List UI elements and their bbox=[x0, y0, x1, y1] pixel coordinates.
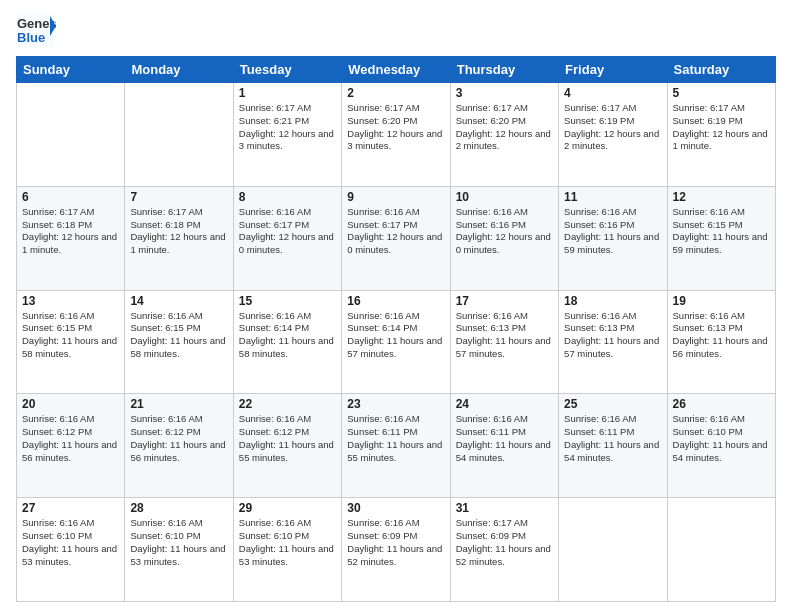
day-number: 20 bbox=[22, 397, 119, 411]
day-info: Sunrise: 6:16 AM Sunset: 6:13 PM Dayligh… bbox=[456, 310, 553, 361]
calendar-cell bbox=[125, 83, 233, 187]
calendar-cell: 16Sunrise: 6:16 AM Sunset: 6:14 PM Dayli… bbox=[342, 290, 450, 394]
day-info: Sunrise: 6:17 AM Sunset: 6:18 PM Dayligh… bbox=[22, 206, 119, 257]
day-info: Sunrise: 6:16 AM Sunset: 6:15 PM Dayligh… bbox=[130, 310, 227, 361]
calendar-cell: 18Sunrise: 6:16 AM Sunset: 6:13 PM Dayli… bbox=[559, 290, 667, 394]
calendar-cell: 10Sunrise: 6:16 AM Sunset: 6:16 PM Dayli… bbox=[450, 186, 558, 290]
svg-text:Blue: Blue bbox=[17, 30, 45, 45]
day-info: Sunrise: 6:17 AM Sunset: 6:19 PM Dayligh… bbox=[564, 102, 661, 153]
day-info: Sunrise: 6:16 AM Sunset: 6:10 PM Dayligh… bbox=[22, 517, 119, 568]
day-info: Sunrise: 6:16 AM Sunset: 6:13 PM Dayligh… bbox=[673, 310, 770, 361]
day-number: 17 bbox=[456, 294, 553, 308]
header: General Blue bbox=[16, 12, 776, 48]
day-info: Sunrise: 6:16 AM Sunset: 6:11 PM Dayligh… bbox=[564, 413, 661, 464]
calendar-cell: 17Sunrise: 6:16 AM Sunset: 6:13 PM Dayli… bbox=[450, 290, 558, 394]
day-number: 7 bbox=[130, 190, 227, 204]
day-number: 29 bbox=[239, 501, 336, 515]
day-number: 21 bbox=[130, 397, 227, 411]
day-number: 22 bbox=[239, 397, 336, 411]
calendar-cell: 14Sunrise: 6:16 AM Sunset: 6:15 PM Dayli… bbox=[125, 290, 233, 394]
day-number: 24 bbox=[456, 397, 553, 411]
day-number: 2 bbox=[347, 86, 444, 100]
day-number: 16 bbox=[347, 294, 444, 308]
weekday-header-saturday: Saturday bbox=[667, 57, 775, 83]
day-info: Sunrise: 6:16 AM Sunset: 6:13 PM Dayligh… bbox=[564, 310, 661, 361]
calendar-cell bbox=[667, 498, 775, 602]
day-info: Sunrise: 6:16 AM Sunset: 6:16 PM Dayligh… bbox=[456, 206, 553, 257]
day-number: 9 bbox=[347, 190, 444, 204]
calendar-cell: 3Sunrise: 6:17 AM Sunset: 6:20 PM Daylig… bbox=[450, 83, 558, 187]
day-info: Sunrise: 6:16 AM Sunset: 6:15 PM Dayligh… bbox=[673, 206, 770, 257]
day-info: Sunrise: 6:16 AM Sunset: 6:14 PM Dayligh… bbox=[239, 310, 336, 361]
calendar-cell: 6Sunrise: 6:17 AM Sunset: 6:18 PM Daylig… bbox=[17, 186, 125, 290]
weekday-header-wednesday: Wednesday bbox=[342, 57, 450, 83]
day-info: Sunrise: 6:16 AM Sunset: 6:14 PM Dayligh… bbox=[347, 310, 444, 361]
day-number: 31 bbox=[456, 501, 553, 515]
calendar-cell: 5Sunrise: 6:17 AM Sunset: 6:19 PM Daylig… bbox=[667, 83, 775, 187]
day-number: 10 bbox=[456, 190, 553, 204]
weekday-header-tuesday: Tuesday bbox=[233, 57, 341, 83]
calendar-cell: 15Sunrise: 6:16 AM Sunset: 6:14 PM Dayli… bbox=[233, 290, 341, 394]
day-number: 6 bbox=[22, 190, 119, 204]
day-info: Sunrise: 6:16 AM Sunset: 6:12 PM Dayligh… bbox=[239, 413, 336, 464]
day-number: 11 bbox=[564, 190, 661, 204]
calendar: SundayMondayTuesdayWednesdayThursdayFrid… bbox=[16, 56, 776, 602]
calendar-cell: 30Sunrise: 6:16 AM Sunset: 6:09 PM Dayli… bbox=[342, 498, 450, 602]
day-number: 13 bbox=[22, 294, 119, 308]
day-info: Sunrise: 6:16 AM Sunset: 6:11 PM Dayligh… bbox=[456, 413, 553, 464]
day-number: 12 bbox=[673, 190, 770, 204]
calendar-cell: 31Sunrise: 6:17 AM Sunset: 6:09 PM Dayli… bbox=[450, 498, 558, 602]
calendar-cell: 21Sunrise: 6:16 AM Sunset: 6:12 PM Dayli… bbox=[125, 394, 233, 498]
day-number: 5 bbox=[673, 86, 770, 100]
day-info: Sunrise: 6:17 AM Sunset: 6:19 PM Dayligh… bbox=[673, 102, 770, 153]
day-info: Sunrise: 6:17 AM Sunset: 6:18 PM Dayligh… bbox=[130, 206, 227, 257]
day-number: 1 bbox=[239, 86, 336, 100]
day-number: 4 bbox=[564, 86, 661, 100]
calendar-cell: 29Sunrise: 6:16 AM Sunset: 6:10 PM Dayli… bbox=[233, 498, 341, 602]
page: General Blue SundayMondayTuesdayWednesda… bbox=[0, 0, 792, 612]
day-info: Sunrise: 6:17 AM Sunset: 6:20 PM Dayligh… bbox=[347, 102, 444, 153]
calendar-cell bbox=[17, 83, 125, 187]
day-number: 26 bbox=[673, 397, 770, 411]
calendar-cell: 28Sunrise: 6:16 AM Sunset: 6:10 PM Dayli… bbox=[125, 498, 233, 602]
weekday-header-thursday: Thursday bbox=[450, 57, 558, 83]
day-info: Sunrise: 6:16 AM Sunset: 6:11 PM Dayligh… bbox=[347, 413, 444, 464]
calendar-cell: 2Sunrise: 6:17 AM Sunset: 6:20 PM Daylig… bbox=[342, 83, 450, 187]
calendar-cell: 25Sunrise: 6:16 AM Sunset: 6:11 PM Dayli… bbox=[559, 394, 667, 498]
calendar-cell: 23Sunrise: 6:16 AM Sunset: 6:11 PM Dayli… bbox=[342, 394, 450, 498]
logo-icon: General Blue bbox=[16, 12, 56, 48]
day-number: 19 bbox=[673, 294, 770, 308]
calendar-cell: 22Sunrise: 6:16 AM Sunset: 6:12 PM Dayli… bbox=[233, 394, 341, 498]
calendar-cell: 19Sunrise: 6:16 AM Sunset: 6:13 PM Dayli… bbox=[667, 290, 775, 394]
calendar-cell: 26Sunrise: 6:16 AM Sunset: 6:10 PM Dayli… bbox=[667, 394, 775, 498]
calendar-cell: 24Sunrise: 6:16 AM Sunset: 6:11 PM Dayli… bbox=[450, 394, 558, 498]
day-info: Sunrise: 6:16 AM Sunset: 6:12 PM Dayligh… bbox=[22, 413, 119, 464]
calendar-cell: 8Sunrise: 6:16 AM Sunset: 6:17 PM Daylig… bbox=[233, 186, 341, 290]
day-info: Sunrise: 6:17 AM Sunset: 6:21 PM Dayligh… bbox=[239, 102, 336, 153]
calendar-cell: 12Sunrise: 6:16 AM Sunset: 6:15 PM Dayli… bbox=[667, 186, 775, 290]
logo: General Blue bbox=[16, 12, 56, 48]
day-number: 15 bbox=[239, 294, 336, 308]
day-info: Sunrise: 6:16 AM Sunset: 6:12 PM Dayligh… bbox=[130, 413, 227, 464]
calendar-cell: 1Sunrise: 6:17 AM Sunset: 6:21 PM Daylig… bbox=[233, 83, 341, 187]
day-number: 25 bbox=[564, 397, 661, 411]
day-number: 28 bbox=[130, 501, 227, 515]
day-number: 30 bbox=[347, 501, 444, 515]
day-info: Sunrise: 6:16 AM Sunset: 6:10 PM Dayligh… bbox=[130, 517, 227, 568]
day-number: 18 bbox=[564, 294, 661, 308]
day-info: Sunrise: 6:16 AM Sunset: 6:17 PM Dayligh… bbox=[239, 206, 336, 257]
day-info: Sunrise: 6:16 AM Sunset: 6:15 PM Dayligh… bbox=[22, 310, 119, 361]
day-number: 27 bbox=[22, 501, 119, 515]
day-info: Sunrise: 6:16 AM Sunset: 6:17 PM Dayligh… bbox=[347, 206, 444, 257]
day-info: Sunrise: 6:16 AM Sunset: 6:10 PM Dayligh… bbox=[673, 413, 770, 464]
weekday-header-monday: Monday bbox=[125, 57, 233, 83]
day-info: Sunrise: 6:16 AM Sunset: 6:16 PM Dayligh… bbox=[564, 206, 661, 257]
weekday-header-sunday: Sunday bbox=[17, 57, 125, 83]
calendar-cell: 11Sunrise: 6:16 AM Sunset: 6:16 PM Dayli… bbox=[559, 186, 667, 290]
day-number: 23 bbox=[347, 397, 444, 411]
day-info: Sunrise: 6:17 AM Sunset: 6:20 PM Dayligh… bbox=[456, 102, 553, 153]
calendar-cell: 4Sunrise: 6:17 AM Sunset: 6:19 PM Daylig… bbox=[559, 83, 667, 187]
calendar-cell bbox=[559, 498, 667, 602]
day-info: Sunrise: 6:16 AM Sunset: 6:10 PM Dayligh… bbox=[239, 517, 336, 568]
calendar-cell: 13Sunrise: 6:16 AM Sunset: 6:15 PM Dayli… bbox=[17, 290, 125, 394]
